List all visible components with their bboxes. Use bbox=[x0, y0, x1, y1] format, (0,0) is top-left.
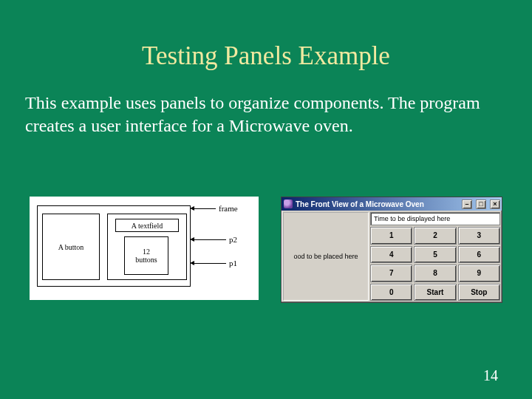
keypad: 1 2 3 4 5 6 7 8 9 0 Start Stop bbox=[370, 227, 500, 301]
maximize-button[interactable]: □ bbox=[476, 200, 486, 209]
diagram-button-box: A button bbox=[42, 214, 100, 280]
close-button[interactable]: × bbox=[490, 200, 500, 209]
panel-diagram: A button A textfield 12 buttons frame p2… bbox=[30, 197, 259, 300]
diagram-textfield-box: A textfield bbox=[115, 219, 179, 232]
arrow-to-frame bbox=[194, 208, 216, 209]
key-9[interactable]: 9 bbox=[458, 265, 500, 282]
control-panel: Time to be displayed here 1 2 3 4 5 6 7 … bbox=[370, 212, 500, 301]
diagram-right-box: A textfield 12 buttons bbox=[107, 214, 187, 280]
key-3[interactable]: 3 bbox=[458, 227, 500, 245]
key-start[interactable]: Start bbox=[414, 284, 456, 301]
page-number: 14 bbox=[483, 367, 498, 384]
slide-title: Testing Panels Example bbox=[0, 0, 532, 71]
arrow-to-p1 bbox=[194, 263, 226, 264]
food-panel: ood to be placed here bbox=[283, 212, 369, 301]
key-0[interactable]: 0 bbox=[370, 284, 412, 301]
key-7[interactable]: 7 bbox=[370, 265, 412, 282]
key-1[interactable]: 1 bbox=[370, 227, 412, 245]
key-6[interactable]: 6 bbox=[458, 246, 500, 264]
arrow-to-p2 bbox=[194, 239, 226, 240]
app-icon bbox=[284, 200, 293, 208]
diagram-buttons-count: 12 bbox=[143, 248, 150, 256]
label-p2: p2 bbox=[229, 235, 237, 244]
key-4[interactable]: 4 bbox=[370, 246, 412, 264]
diagram-buttons-box: 12 buttons bbox=[124, 236, 168, 275]
time-display-field[interactable]: Time to be displayed here bbox=[370, 212, 500, 225]
key-stop[interactable]: Stop bbox=[458, 284, 500, 301]
label-p1: p1 bbox=[229, 259, 237, 267]
figures-row: A button A textfield 12 buttons frame p2… bbox=[30, 197, 502, 303]
minimize-button[interactable]: – bbox=[462, 200, 472, 209]
window-body: ood to be placed here Time to be display… bbox=[282, 211, 502, 302]
diagram-frame: A button A textfield 12 buttons bbox=[37, 205, 191, 287]
window-titlebar[interactable]: The Front View of a Microwave Oven – □ × bbox=[282, 197, 502, 211]
window-title: The Front View of a Microwave Oven bbox=[296, 200, 458, 208]
label-frame: frame bbox=[219, 204, 238, 213]
key-8[interactable]: 8 bbox=[414, 265, 456, 282]
diagram-buttons-label: buttons bbox=[135, 256, 157, 264]
microwave-window: The Front View of a Microwave Oven – □ ×… bbox=[281, 197, 502, 303]
key-2[interactable]: 2 bbox=[414, 227, 456, 245]
key-5[interactable]: 5 bbox=[414, 246, 456, 264]
slide-body-text: This example uses panels to organize com… bbox=[0, 71, 532, 137]
